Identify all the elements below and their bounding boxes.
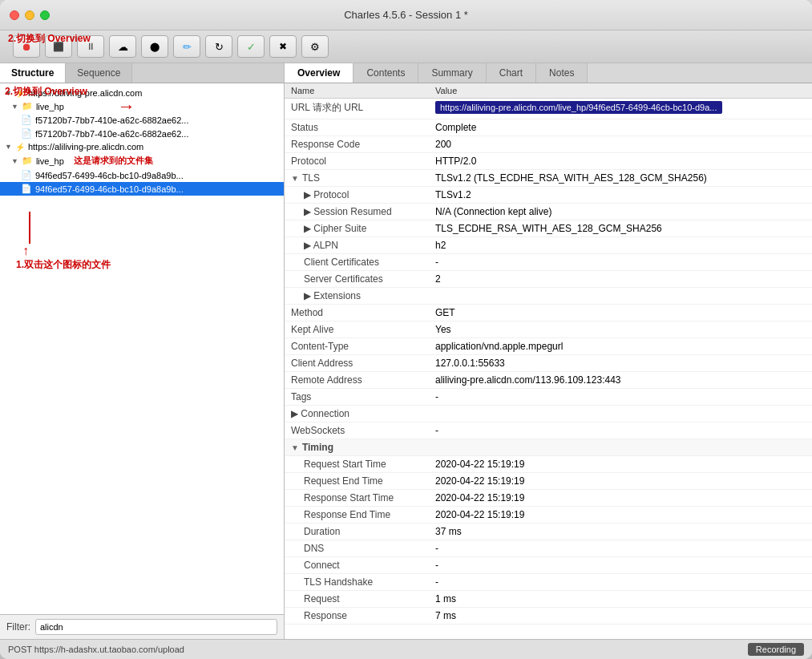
row-value: 1 ms xyxy=(429,591,812,608)
row-value: 2020-04-22 15:19:19 xyxy=(429,456,812,473)
clear-icon: ⬤ xyxy=(150,42,160,52)
row-label: ▶ ALPN xyxy=(285,237,429,254)
row-label: Request xyxy=(285,591,429,608)
row-value: - xyxy=(429,254,812,271)
annotation-step1-area: ↑ 1.双击这个图标的文件 xyxy=(0,196,284,275)
clear-button[interactable]: ⬤ xyxy=(141,35,168,58)
tree-item-label: 94f6ed57-6499-46cb-bc10-d9a8a9b... xyxy=(35,171,184,180)
tab-structure[interactable]: Structure xyxy=(0,63,66,83)
annotation-step2-label: 2.切换到 Overview xyxy=(5,86,87,97)
settings-button[interactable]: ⚙ xyxy=(301,35,329,58)
table-row: ▶ Cipher Suite TLS_ECDHE_RSA_WITH_AES_12… xyxy=(285,220,812,237)
row-label: Response Code xyxy=(285,136,429,153)
annotation-step1: 1.双击这个图标的文件 xyxy=(16,259,111,270)
row-value: 2020-04-22 15:19:19 xyxy=(429,490,812,507)
col-value: Value xyxy=(429,83,812,99)
validate-icon: ✓ xyxy=(247,41,256,53)
maximize-button[interactable] xyxy=(40,10,50,20)
tree-item-folder1[interactable]: ▼ 📁 live_hp xyxy=(0,99,284,113)
tree-item-label: live_hp xyxy=(36,156,64,166)
tree-item-host2[interactable]: ▼ ⚡ https://aliliving-pre.alicdn.com xyxy=(0,140,284,153)
recording-button[interactable]: Recording xyxy=(748,643,804,656)
tree-item-file3[interactable]: 📄 94f6ed57-6499-46cb-bc10-d9a8a9b... xyxy=(0,168,284,182)
row-label: Request End Time xyxy=(285,473,429,490)
folder-icon2: 📁 xyxy=(22,156,33,166)
tree-item-label: live_hp xyxy=(36,102,64,111)
row-value: 37 ms xyxy=(429,524,812,540)
compose-button[interactable]: ✏ xyxy=(173,35,200,58)
row-label: Response End Time xyxy=(285,507,429,524)
file-icon3: 📄 xyxy=(21,170,32,180)
overview-content: Name Value URL 请求的 URL https://aliliving… xyxy=(285,83,812,639)
table-row: ▶ Protocol TLSv1.2 xyxy=(285,187,812,204)
table-row: Status Complete xyxy=(285,119,812,136)
timing-expander[interactable]: ▼ xyxy=(291,443,299,452)
host2-container: ▼ ⚡ https://aliliving-pre.alicdn.com xyxy=(0,140,284,153)
row-value: TLSv1.2 (TLS_ECDHE_RSA_WITH_AES_128_GCM_… xyxy=(429,170,812,187)
status-text: POST https://h-adashx.ut.taobao.com/uplo… xyxy=(8,645,184,654)
tree-item-label: 94f6ed57-6499-46cb-bc10-d9a8a9b... xyxy=(35,184,184,194)
minimize-button[interactable] xyxy=(25,10,34,20)
tab-contents[interactable]: Contents xyxy=(353,63,418,83)
table-row: Client Certificates - xyxy=(285,254,812,271)
file-icon: 📄 xyxy=(21,115,32,125)
tls-expander[interactable]: ▼ xyxy=(291,174,299,183)
table-row: Protocol HTTP/2.0 xyxy=(285,153,812,170)
col-name: Name xyxy=(285,83,429,99)
compose-icon: ✏ xyxy=(183,41,192,53)
tree-item-file2[interactable]: 📄 f57120b7-7bb7-410e-a62c-6882ae62... xyxy=(0,127,284,140)
repeat-button[interactable]: ↻ xyxy=(205,35,232,58)
folder2-container: ▼ 📁 live_hp 这是请求到的文件集 xyxy=(0,153,284,168)
table-row: Method GET xyxy=(285,305,812,321)
row-value: 2020-04-22 15:19:19 xyxy=(429,507,812,524)
tree-item-label: https://aliliving-pre.alicdn.com xyxy=(28,142,143,152)
tree-container[interactable]: ▼ ⚡ https://dtliving-pre.alicdn.com ▼ 📁 … xyxy=(0,83,284,614)
table-row: ▶ Extensions xyxy=(285,288,812,305)
row-value xyxy=(429,406,812,422)
tab-summary[interactable]: Summary xyxy=(418,63,486,83)
table-row: Client Address 127.0.0.1:55633 xyxy=(285,355,812,372)
row-value: h2 xyxy=(429,237,812,254)
table-row: ▶ Connection xyxy=(285,406,812,422)
file-icon4: 📄 xyxy=(21,184,32,194)
close-button[interactable] xyxy=(10,10,19,20)
cloud-button[interactable]: ☁ xyxy=(109,35,136,58)
filter-bar: Filter: xyxy=(0,614,284,639)
row-label: Protocol xyxy=(285,153,429,170)
row-label: ▼Timing xyxy=(285,439,429,456)
row-label: Content-Type xyxy=(285,338,429,355)
tree-item-file1[interactable]: 📄 f57120b7-7bb7-410e-a62c-6882ae62... xyxy=(0,113,284,127)
row-label: DNS xyxy=(285,540,429,557)
tab-notes[interactable]: Notes xyxy=(536,63,588,83)
row-value: - xyxy=(429,574,812,591)
row-label: Duration xyxy=(285,524,429,540)
traffic-lights xyxy=(10,10,50,20)
table-row: Server Certificates 2 xyxy=(285,271,812,288)
table-row: Kept Alive Yes xyxy=(285,321,812,338)
row-value: 200 xyxy=(429,136,812,153)
table-row: ▶ ALPN h2 xyxy=(285,237,812,254)
row-label: WebSockets xyxy=(285,422,429,439)
tree-item-file4[interactable]: 📄 94f6ed57-6499-46cb-bc10-d9a8a9b... xyxy=(0,182,284,196)
row-label: ▶ Connection xyxy=(285,406,429,422)
row-label: URL 请求的 URL xyxy=(285,99,429,119)
row-label: Connect xyxy=(285,557,429,574)
titlebar: Charles 4.5.6 - Session 1 * xyxy=(0,0,812,30)
filter-input[interactable] xyxy=(35,619,277,635)
row-label: Method xyxy=(285,305,429,321)
row-label: ▶ Protocol xyxy=(285,187,429,204)
url-value: https://aliliving-pre.alicdn.com/live_hp… xyxy=(435,101,722,114)
tools-button[interactable]: ✖ xyxy=(269,35,297,58)
tab-sequence[interactable]: Sequence xyxy=(66,63,132,83)
validate-button[interactable]: ✓ xyxy=(237,35,265,58)
table-row: Response Code 200 xyxy=(285,136,812,153)
table-row: Duration 37 ms xyxy=(285,524,812,540)
tree-item-folder2[interactable]: ▼ 📁 live_hp 这是请求到的文件集 xyxy=(0,153,284,168)
row-label: ▶ Cipher Suite xyxy=(285,220,429,237)
table-row: DNS - xyxy=(285,540,812,557)
row-label: TLS Handshake xyxy=(285,574,429,591)
tab-overview[interactable]: Overview xyxy=(285,63,353,83)
expand-icon: ▼ xyxy=(5,143,12,151)
tab-chart[interactable]: Chart xyxy=(487,63,536,83)
right-tab-bar: Overview Contents Summary Chart Notes xyxy=(285,63,812,83)
